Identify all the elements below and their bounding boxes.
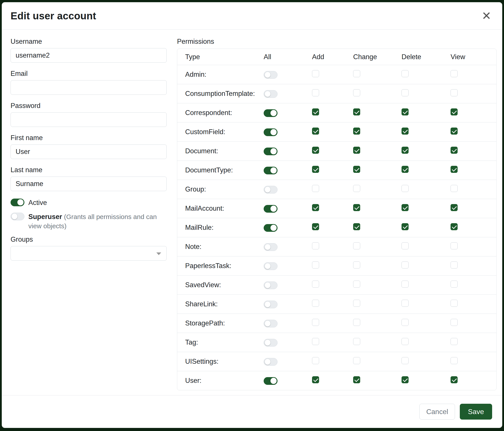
perm-view-checkbox[interactable] (450, 108, 458, 116)
perm-view-checkbox[interactable] (450, 70, 458, 77)
perm-add-checkbox[interactable] (312, 261, 319, 269)
perm-all-toggle[interactable] (264, 262, 278, 270)
perm-delete-checkbox[interactable] (402, 319, 409, 326)
perm-delete-checkbox[interactable] (402, 376, 409, 383)
perm-view-checkbox[interactable] (450, 376, 458, 383)
perm-add-checkbox[interactable] (312, 338, 319, 345)
save-button[interactable]: Save (460, 404, 492, 420)
perm-all-toggle[interactable] (264, 339, 278, 347)
perm-view-checkbox[interactable] (450, 147, 458, 154)
perm-delete-checkbox[interactable] (402, 185, 409, 192)
active-toggle[interactable] (10, 198, 24, 206)
perm-view-checkbox[interactable] (450, 204, 458, 211)
perm-change-checkbox[interactable] (353, 319, 360, 326)
first-name-field[interactable] (10, 144, 167, 159)
perm-all-toggle[interactable] (264, 71, 278, 79)
perm-all-toggle[interactable] (264, 224, 278, 232)
cancel-button[interactable]: Cancel (419, 404, 455, 420)
perm-add-cell (312, 338, 353, 347)
perm-all-toggle[interactable] (264, 281, 278, 289)
perm-all-toggle[interactable] (264, 243, 278, 251)
perm-all-toggle[interactable] (264, 320, 278, 327)
perm-add-checkbox[interactable] (312, 127, 319, 135)
perm-view-checkbox[interactable] (450, 89, 458, 96)
last-name-field[interactable] (10, 177, 167, 191)
perm-view-checkbox[interactable] (450, 338, 458, 345)
username-input[interactable] (10, 48, 167, 63)
perm-change-checkbox[interactable] (353, 261, 360, 269)
perm-delete-checkbox[interactable] (402, 108, 409, 116)
perm-add-checkbox[interactable] (312, 357, 319, 364)
perm-add-checkbox[interactable] (312, 281, 319, 288)
perm-delete-checkbox[interactable] (402, 204, 409, 211)
perm-change-checkbox[interactable] (353, 281, 360, 288)
perm-add-checkbox[interactable] (312, 242, 319, 249)
perm-view-checkbox[interactable] (450, 300, 458, 307)
perm-change-checkbox[interactable] (353, 338, 360, 345)
perm-all-toggle[interactable] (264, 109, 278, 117)
perm-all-toggle[interactable] (264, 90, 278, 98)
perm-change-checkbox[interactable] (353, 376, 360, 383)
perm-view-checkbox[interactable] (450, 127, 458, 135)
perm-add-checkbox[interactable] (312, 185, 319, 192)
perm-all-toggle[interactable] (264, 358, 278, 366)
perm-delete-checkbox[interactable] (402, 127, 409, 135)
perm-all-toggle[interactable] (264, 186, 278, 194)
perm-delete-checkbox[interactable] (402, 357, 409, 364)
perm-view-checkbox[interactable] (450, 242, 458, 249)
perm-change-checkbox[interactable] (353, 127, 360, 135)
perm-change-checkbox[interactable] (353, 300, 360, 307)
perm-view-checkbox[interactable] (450, 319, 458, 326)
perm-all-toggle[interactable] (264, 301, 278, 308)
superuser-toggle[interactable] (10, 213, 24, 220)
perm-all-toggle[interactable] (264, 128, 278, 136)
perm-delete-checkbox[interactable] (402, 223, 409, 230)
perm-add-checkbox[interactable] (312, 147, 319, 154)
perm-delete-cell (402, 108, 450, 117)
perm-delete-cell (402, 376, 450, 385)
perm-delete-checkbox[interactable] (402, 147, 409, 154)
perm-view-checkbox[interactable] (450, 281, 458, 288)
perm-view-checkbox[interactable] (450, 166, 458, 173)
perm-add-checkbox[interactable] (312, 108, 319, 116)
perm-all-toggle[interactable] (264, 205, 278, 213)
perm-change-checkbox[interactable] (353, 108, 360, 116)
email-field[interactable] (10, 80, 167, 95)
perm-delete-checkbox[interactable] (402, 89, 409, 96)
perm-view-checkbox[interactable] (450, 357, 458, 364)
perm-change-checkbox[interactable] (353, 89, 360, 96)
perm-change-checkbox[interactable] (353, 147, 360, 154)
perm-view-checkbox[interactable] (450, 223, 458, 230)
perm-view-cell (450, 376, 496, 385)
perm-change-checkbox[interactable] (353, 204, 360, 211)
perm-delete-checkbox[interactable] (402, 281, 409, 288)
perm-add-checkbox[interactable] (312, 376, 319, 383)
perm-add-checkbox[interactable] (312, 70, 319, 77)
perm-change-checkbox[interactable] (353, 185, 360, 192)
close-icon[interactable]: ✕ (479, 9, 494, 23)
perm-delete-checkbox[interactable] (402, 300, 409, 307)
perm-all-toggle[interactable] (264, 167, 278, 174)
perm-delete-checkbox[interactable] (402, 70, 409, 77)
perm-change-checkbox[interactable] (353, 242, 360, 249)
perm-view-checkbox[interactable] (450, 261, 458, 269)
perm-add-checkbox[interactable] (312, 89, 319, 96)
perm-view-checkbox[interactable] (450, 185, 458, 192)
perm-all-toggle[interactable] (264, 377, 278, 385)
perm-all-toggle[interactable] (264, 148, 278, 155)
perm-change-checkbox[interactable] (353, 70, 360, 77)
perm-add-checkbox[interactable] (312, 166, 319, 173)
perm-delete-checkbox[interactable] (402, 166, 409, 173)
perm-delete-checkbox[interactable] (402, 242, 409, 249)
password-field[interactable] (10, 112, 167, 127)
groups-select[interactable] (10, 246, 167, 260)
perm-add-checkbox[interactable] (312, 204, 319, 211)
perm-change-checkbox[interactable] (353, 166, 360, 173)
perm-add-checkbox[interactable] (312, 319, 319, 326)
perm-change-checkbox[interactable] (353, 357, 360, 364)
perm-delete-checkbox[interactable] (402, 338, 409, 345)
perm-add-checkbox[interactable] (312, 223, 319, 230)
perm-add-checkbox[interactable] (312, 300, 319, 307)
perm-delete-checkbox[interactable] (402, 261, 409, 269)
perm-change-checkbox[interactable] (353, 223, 360, 230)
